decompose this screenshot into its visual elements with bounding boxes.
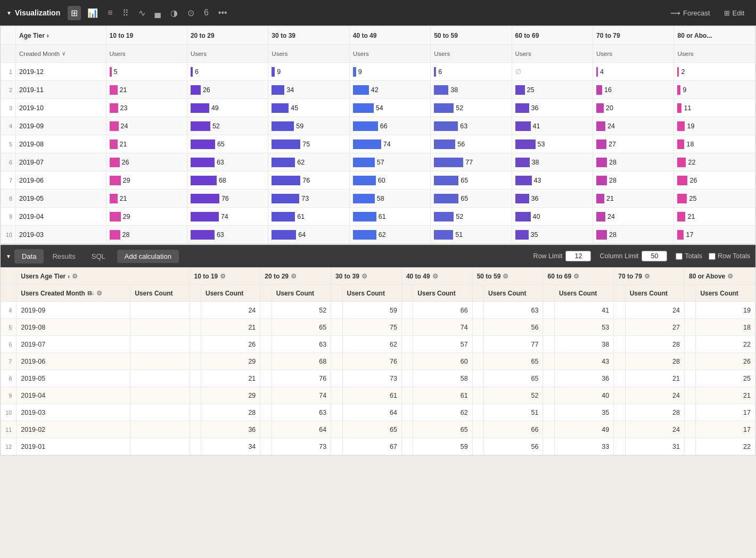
bar-value: 76 xyxy=(302,177,310,184)
row-number: 8 xyxy=(1,190,16,208)
bar-container: 19 xyxy=(677,117,752,135)
table-row: 112019-023664656566492417 xyxy=(1,421,755,438)
row-totals-checkbox-label[interactable]: Row Totals xyxy=(709,252,750,260)
sort-down-icon[interactable]: ∨ xyxy=(62,51,65,56)
bar-visual xyxy=(434,176,458,185)
value-cell: 53 xyxy=(554,319,613,336)
map-icon-btn[interactable]: ⊙ xyxy=(184,6,198,20)
value-cell: 24 xyxy=(201,302,260,319)
value-spacer-cell xyxy=(543,387,554,404)
line-icon-btn[interactable]: ∿ xyxy=(135,6,149,20)
gear-icon-30[interactable]: ⚙ xyxy=(361,273,367,280)
gear-icon-80[interactable]: ⚙ xyxy=(727,273,733,280)
value-cell: 65 xyxy=(431,190,512,208)
tab-data[interactable]: Data xyxy=(14,249,44,264)
pie-icon-btn[interactable]: ◑ xyxy=(167,6,181,20)
bar-value: 27 xyxy=(609,141,616,148)
bar-container: 51 xyxy=(434,226,508,243)
gear-icon-70[interactable]: ⚙ xyxy=(644,273,650,280)
row-totals-checkbox[interactable] xyxy=(709,253,716,260)
bar-value: 21 xyxy=(120,141,127,148)
date-label: 2019-07 xyxy=(17,336,130,353)
value-spacer-cell xyxy=(472,319,483,336)
value-cell: 61 xyxy=(349,208,430,226)
dt-30-39-header: 30 to 39⚙ xyxy=(331,268,402,285)
scatter-icon-btn[interactable]: ⠿ xyxy=(119,6,132,20)
gear-icon-50[interactable]: ⚙ xyxy=(503,273,508,280)
gear-icon-month[interactable]: ⚙ xyxy=(96,290,102,297)
filter-sort-icon[interactable]: ⊟↓ xyxy=(87,290,94,296)
value-spacer-cell xyxy=(331,336,342,353)
empty-dim-cell xyxy=(130,336,190,353)
dt-count-sub-10b: Users Count xyxy=(201,285,260,302)
value-cell: 26 xyxy=(187,81,268,99)
bar-container: 2 xyxy=(677,63,752,80)
value-cell: 19 xyxy=(674,117,755,135)
edit-button[interactable]: ⊞ Edit xyxy=(719,6,750,20)
value-cell: 65 xyxy=(413,421,472,438)
filter-icon-btn[interactable]: ≡ xyxy=(104,6,116,20)
bar-visual xyxy=(110,176,121,185)
more-icon-btn[interactable]: ••• xyxy=(215,6,231,20)
value-cell: 24 xyxy=(625,387,684,404)
gear-icon-60[interactable]: ⚙ xyxy=(573,273,579,280)
value-cell: 29 xyxy=(201,387,260,404)
tab-results[interactable]: Results xyxy=(45,249,83,264)
forecast-button[interactable]: ⟿ Forecast xyxy=(665,6,716,20)
value-spacer-cell xyxy=(401,404,413,421)
value-spacer-cell xyxy=(472,336,483,353)
value-spacer-cell xyxy=(190,370,201,387)
bar-container: 52 xyxy=(434,208,508,225)
gear-icon-20[interactable]: ⚙ xyxy=(291,273,297,280)
row-number: 7 xyxy=(1,171,16,190)
age-10-19-header: 10 to 19 xyxy=(106,27,187,45)
gear-icon-40[interactable]: ⚙ xyxy=(432,273,438,280)
table-icon-btn[interactable]: ⊞ xyxy=(68,6,81,20)
area-icon-btn[interactable]: ▄ xyxy=(152,6,164,20)
value-spacer-cell xyxy=(331,438,342,455)
date-cell: 2019-12 xyxy=(16,63,106,81)
forecast-icon: ⟿ xyxy=(670,9,680,17)
bar-chart-icon-btn[interactable]: 📊 xyxy=(84,6,101,20)
col-limit-input[interactable] xyxy=(642,251,667,261)
age-tier-header: Age Tier › xyxy=(16,27,106,45)
value-cell: 59 xyxy=(268,117,349,135)
value-cell: 66 xyxy=(484,421,543,438)
add-calculation-button[interactable]: Add calculation xyxy=(117,250,179,263)
value-cell: 36 xyxy=(201,421,260,438)
viz-tbody: 12019-12 5 6 9 9 6 ∅ 4 2 22019-11 xyxy=(1,63,755,244)
viz-table-wrapper[interactable]: Age Tier › 10 to 19 20 to 29 30 to 39 40… xyxy=(1,26,755,244)
totals-checkbox[interactable] xyxy=(676,253,683,260)
number-icon-btn[interactable]: 6 xyxy=(201,6,212,20)
bar-visual xyxy=(677,158,686,167)
value-spacer-cell xyxy=(260,336,272,353)
value-cell: 65 xyxy=(431,171,512,190)
date-cell: 2019-11 xyxy=(16,81,106,99)
value-cell: 38 xyxy=(512,153,593,171)
dt-row-num-empty2 xyxy=(1,285,17,302)
users-sub-40: Users xyxy=(349,45,430,63)
dt-count-sub-70b: Users Count xyxy=(625,285,684,302)
bar-container: 29 xyxy=(110,208,184,225)
row-number: 6 xyxy=(1,153,16,171)
bar-visual xyxy=(353,67,356,77)
row-number: 10 xyxy=(1,226,16,244)
data-table-wrapper[interactable]: Users Age Tier › ⚙ 10 to 19⚙ 20 to 29⚙ 3… xyxy=(1,267,755,455)
bar-value: 21 xyxy=(120,195,127,202)
bar-value: 74 xyxy=(383,141,391,148)
row-limit-input[interactable] xyxy=(565,251,591,261)
bar-visual xyxy=(272,85,284,95)
pivot-expand-icon2[interactable]: › xyxy=(68,273,70,280)
bar-visual xyxy=(191,158,215,167)
value-spacer-cell xyxy=(190,438,201,455)
bar-container: 74 xyxy=(191,208,265,225)
value-cell: 61 xyxy=(268,208,349,226)
bar-container: 24 xyxy=(596,117,670,135)
tab-sql[interactable]: SQL xyxy=(84,249,113,264)
pivot-expand-icon[interactable]: › xyxy=(47,32,49,39)
gear-icon-10[interactable]: ⚙ xyxy=(220,273,226,280)
bar-visual xyxy=(191,140,215,149)
bar-value: 49 xyxy=(211,104,219,112)
totals-checkbox-label[interactable]: Totals xyxy=(676,252,702,260)
gear-icon-pivot[interactable]: ⚙ xyxy=(72,273,78,280)
